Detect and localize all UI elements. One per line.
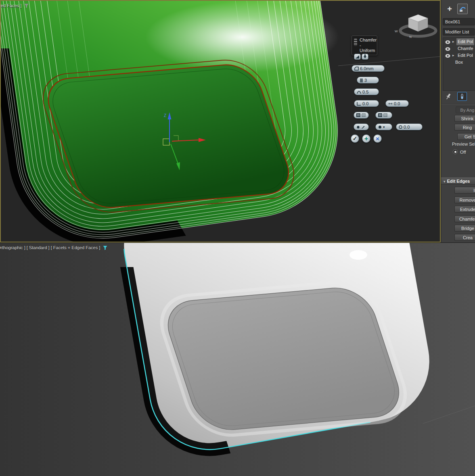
caddy-open-toggle[interactable]	[354, 112, 369, 119]
modifier-list-dropdown[interactable]: Modifier List	[443, 28, 475, 35]
stack-item-label: Edit Pol	[456, 38, 474, 45]
preview-off-radio[interactable]	[453, 149, 458, 154]
viewport-label-text[interactable]: ed Faces ]	[1, 3, 21, 8]
extrude-button[interactable]: Extrude	[454, 206, 475, 213]
grid-horizon-line	[423, 406, 475, 424]
viewport-label[interactable]: ed Faces ]	[1, 3, 29, 8]
selected-face[interactable]	[34, 57, 303, 215]
caddy-title-line2: -Uniform	[360, 43, 375, 53]
compass-west-label: W	[395, 29, 398, 33]
specular-highlight	[145, 2, 339, 73]
preview-off-label[interactable]: Off	[460, 150, 466, 154]
cylinder-icon	[356, 125, 360, 129]
chamfer-depth-field[interactable]: 0.0	[354, 100, 379, 107]
chamfer-type-icon	[355, 55, 360, 59]
stack-row[interactable]: ▸ Edit Pol	[443, 52, 475, 59]
grid-icon	[362, 113, 366, 117]
caddy-smooth-toggle[interactable]	[354, 123, 369, 130]
insert-vertex-button[interactable]: Ins	[454, 187, 475, 194]
chamfer-amount-field[interactable]: 6.0mm	[352, 65, 385, 72]
bridge-button[interactable]: Bridge	[454, 225, 475, 232]
caddy-ok-button[interactable]: ✓	[351, 134, 359, 143]
edit-edges-rollout-header[interactable]: ▾Edit Edges	[441, 177, 475, 185]
panel-divider	[441, 104, 475, 104]
command-panel: + Box061 Modifier List ▸ Edit Pol Chamfe	[441, 0, 475, 242]
stack-item-label: Edit Pol	[456, 52, 474, 59]
caddy-chamfer-type-button[interactable]	[354, 54, 361, 60]
stack-row[interactable]: Chamfe	[443, 45, 475, 52]
caddy-apply-button[interactable]: +	[362, 134, 370, 143]
stack-row[interactable]: Box	[443, 59, 475, 66]
caddy-title-tooltip: Chamfer -Uniform	[352, 35, 377, 55]
plus-icon: +	[364, 135, 368, 142]
rollout-title: Edit Edges	[447, 179, 470, 184]
chamfer-width-field[interactable]: 0.0	[385, 100, 409, 107]
width-value: 0.0	[394, 101, 400, 106]
pencil-icon	[361, 125, 365, 129]
grid-icon	[383, 113, 387, 117]
depth-icon	[357, 102, 361, 106]
smooth-icon	[399, 125, 402, 129]
filter-icon[interactable]	[24, 4, 29, 8]
show-end-result-button[interactable]	[457, 92, 467, 101]
tension-value: 0.5	[362, 90, 368, 94]
ring-button[interactable]: Ring	[454, 124, 475, 131]
filter-icon[interactable]	[103, 246, 107, 250]
caddy-cursor-icon	[354, 39, 357, 46]
chamfer-tension-field[interactable]: 0.5	[354, 88, 379, 95]
smoothing-threshold-field[interactable]: 0.0	[396, 123, 423, 130]
show-end-result-icon	[460, 94, 465, 100]
create-tab[interactable]: +	[445, 4, 454, 14]
remove-button[interactable]: Remove	[454, 196, 475, 203]
preview-selection-label: Preview Sel	[452, 142, 475, 146]
grid-icon	[378, 113, 382, 117]
segments-value: 3	[364, 78, 367, 83]
modifier-stack: ▸ Edit Pol Chamfe ▸ Edit Pol Box	[443, 38, 475, 91]
depth-value: 0.0	[362, 101, 368, 106]
cross-icon: ×	[376, 135, 379, 142]
create-shape-button[interactable]: Crea	[454, 234, 475, 241]
shrink-button[interactable]: Shrink	[454, 115, 475, 122]
viewport-label[interactable]: Orthographic ] [ Standard ] [ Facets + E…	[0, 245, 107, 250]
object-name-field[interactable]: Box061	[443, 18, 475, 25]
viewport-3d-canvas[interactable]	[0, 243, 475, 476]
caddy-direction-button[interactable]	[362, 54, 368, 60]
stack-item-label: Box	[454, 59, 464, 66]
caddy-title-line1: Chamfer	[360, 38, 375, 43]
pin-stack-icon[interactable]	[445, 93, 452, 102]
segments-icon	[360, 78, 363, 82]
expand-arrow-icon[interactable]: ▸	[452, 52, 454, 59]
top-face[interactable]	[152, 279, 415, 438]
sphere-icon	[378, 125, 382, 129]
stack-row[interactable]: ▸ Edit Pol	[443, 38, 475, 45]
caddy-smooth-mode-button[interactable]: ▾	[375, 123, 392, 130]
down-arrow-icon	[363, 54, 367, 59]
compass-north-label: N	[409, 35, 412, 39]
rollout-arrow-icon: ▾	[444, 180, 446, 184]
viewport-label-text[interactable]: Orthographic ] [ Standard ] [ Facets + E…	[0, 245, 100, 250]
modify-tab[interactable]	[457, 4, 468, 14]
caddy-cancel-button[interactable]: ×	[373, 134, 382, 143]
screenshot-root: Z W N ed Faces ]	[0, 0, 475, 476]
get-stack-selection-button[interactable]: Get S	[457, 133, 475, 140]
stack-item-label: Chamfe	[456, 45, 475, 52]
chamfer-segments-field[interactable]: 3	[357, 77, 379, 84]
tension-icon	[357, 90, 361, 94]
amount-icon	[354, 67, 359, 71]
expand-arrow-icon[interactable]: ▸	[452, 38, 454, 45]
width-icon	[388, 102, 393, 106]
chamfer-button[interactable]: Chamfer	[454, 215, 475, 222]
modify-icon	[459, 5, 466, 13]
check-icon: ✓	[353, 136, 357, 142]
dropdown-arrow-icon: ▾	[383, 125, 385, 129]
by-angle-checkbox: By Ang	[456, 106, 475, 113]
viewport-perspective[interactable]: Z W N ed Faces ]	[0, 0, 441, 242]
grid-icon	[356, 113, 360, 117]
smooth-value: 0.0	[404, 125, 410, 129]
caddy-invert-toggle[interactable]	[375, 112, 392, 119]
amount-value: 6.0mm	[360, 66, 374, 71]
z-axis-label: Z	[164, 113, 166, 118]
viewport-orthographic[interactable]: Orthographic ] [ Standard ] [ Facets + E…	[0, 242, 475, 476]
specular-highlight	[349, 250, 367, 260]
